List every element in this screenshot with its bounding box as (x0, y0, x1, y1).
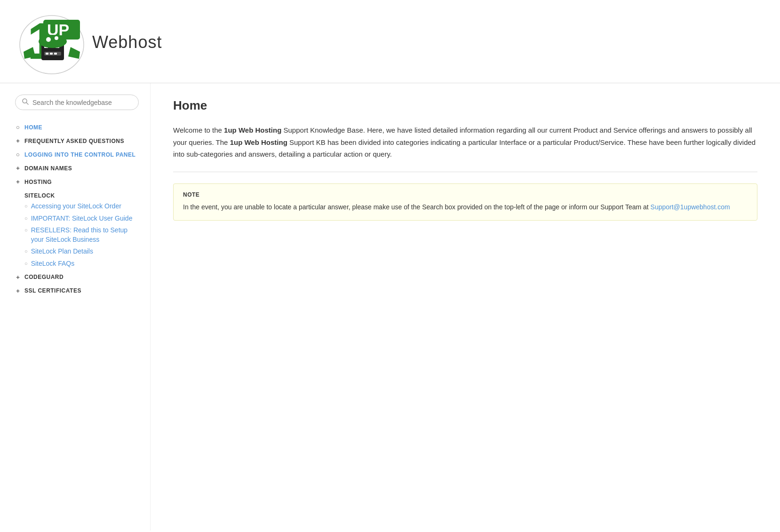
bullet-icon: ○ (24, 227, 28, 233)
brand-name-2: 1up Web Hosting (230, 138, 287, 146)
nav-item-home[interactable]: ○ HOME (15, 121, 139, 133)
note-label: NOTE (183, 191, 748, 198)
sitelock-link-2[interactable]: ○ IMPORTANT: SiteLock User Guide (24, 214, 139, 223)
content-area: Home Welcome to the 1up Web Hosting Supp… (151, 83, 780, 531)
nav-prefix-faq: + (15, 137, 21, 144)
nav-prefix-hosting: + (15, 178, 21, 185)
nav-label-domains: DOMAIN NAMES (24, 165, 72, 172)
search-input[interactable] (32, 99, 132, 106)
nav-label-codeguard: CODEGUARD (24, 274, 64, 280)
note-box: NOTE In the event, you are unable to loc… (173, 183, 757, 221)
nav-prefix-domains: + (15, 165, 21, 172)
svg-point-14 (46, 37, 51, 42)
nav-label-faq: FREQUENTLY ASKED QUESTIONS (24, 138, 124, 144)
bullet-icon: ○ (24, 248, 28, 254)
content-body: Welcome to the 1up Web Hosting Support K… (173, 124, 757, 221)
header: 1 UP (0, 0, 780, 83)
sitelock-link-1[interactable]: ○ Accessing your SiteLock Order (24, 202, 139, 211)
brand-name-1: 1up Web Hosting (224, 126, 281, 134)
svg-rect-10 (46, 53, 48, 55)
nav-label-logging: LOGGING INTO THE CONTROL PANEL (24, 151, 135, 158)
nav-item-logging[interactable]: ○ LOGGING INTO THE CONTROL PANEL (15, 149, 139, 160)
sitelock-link-resellers[interactable]: RESELLERS: Read this to Setup your SiteL… (31, 226, 139, 244)
nav-prefix-logging: ○ (15, 151, 21, 158)
nav-prefix-home: ○ (15, 124, 21, 131)
svg-rect-12 (54, 53, 57, 55)
logo-title: Webhost (92, 32, 162, 52)
sitelock-link-plan-details[interactable]: SiteLock Plan Details (31, 247, 93, 256)
nav-item-domains[interactable]: + DOMAIN NAMES (15, 162, 139, 174)
nav-item-hosting[interactable]: + HOSTING (15, 176, 139, 188)
bullet-icon: ○ (24, 261, 28, 266)
nav-label-ssl: SSL CERTIFICATES (24, 287, 81, 294)
logo-area: 1 UP (19, 9, 162, 75)
bullet-icon: ○ (24, 203, 28, 209)
search-icon (22, 98, 29, 106)
svg-point-15 (55, 36, 58, 40)
bullet-icon: ○ (24, 215, 28, 221)
svg-rect-11 (50, 53, 53, 55)
search-box[interactable] (15, 95, 139, 110)
nav-prefix-codeguard: + (15, 274, 21, 281)
sitelock-link-important[interactable]: IMPORTANT: SiteLock User Guide (31, 214, 133, 223)
nav-list: ○ HOME + FREQUENTLY ASKED QUESTIONS ○ LO… (15, 121, 139, 297)
main-layout: ○ HOME + FREQUENTLY ASKED QUESTIONS ○ LO… (0, 83, 780, 531)
logo-image: 1 UP (19, 9, 85, 75)
nav-item-codeguard[interactable]: + CODEGUARD (15, 271, 139, 283)
nav-item-faq[interactable]: + FREQUENTLY ASKED QUESTIONS (15, 135, 139, 147)
sitelock-link-accessing[interactable]: Accessing your SiteLock Order (31, 202, 121, 211)
sitelock-links: ○ Accessing your SiteLock Order ○ IMPORT… (15, 202, 139, 269)
content-paragraph-1: Welcome to the 1up Web Hosting Support K… (173, 124, 757, 160)
nav-prefix-ssl: + (15, 287, 21, 294)
page-title: Home (173, 98, 757, 113)
svg-line-19 (26, 103, 28, 104)
sitelock-link-faqs[interactable]: SiteLock FAQs (31, 259, 75, 269)
content-divider (173, 172, 757, 172)
nav-item-ssl[interactable]: + SSL CERTIFICATES (15, 285, 139, 297)
sidebar: ○ HOME + FREQUENTLY ASKED QUESTIONS ○ LO… (0, 83, 151, 531)
sitelock-link-5[interactable]: ○ SiteLock FAQs (24, 259, 139, 269)
sitelock-link-3[interactable]: ○ RESELLERS: Read this to Setup your Sit… (24, 226, 139, 244)
sitelock-link-4[interactable]: ○ SiteLock Plan Details (24, 247, 139, 256)
nav-label-home: HOME (24, 124, 42, 131)
note-text: In the event, you are unable to locate a… (183, 202, 748, 213)
sitelock-section-label: SITELOCK (24, 192, 139, 199)
support-email-link[interactable]: Support@1upwebhost.com (651, 203, 730, 211)
svg-point-13 (39, 35, 67, 48)
nav-label-hosting: HOSTING (24, 179, 52, 185)
